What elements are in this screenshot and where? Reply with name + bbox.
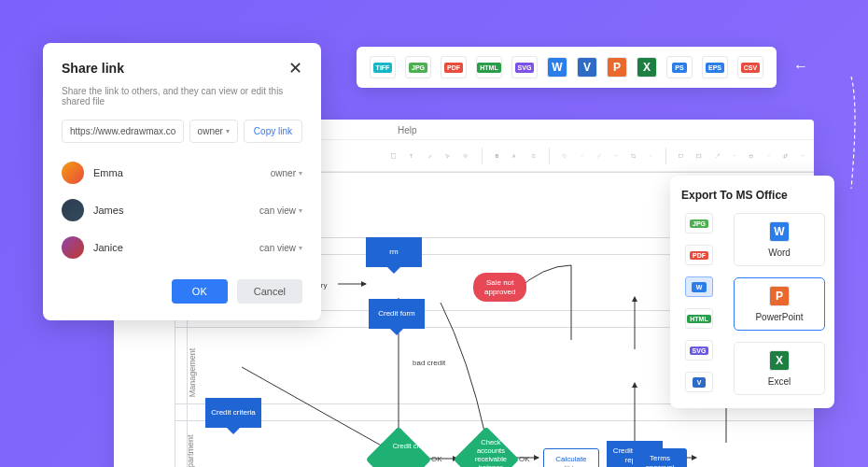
share-user-row: Janice can view▾	[62, 229, 302, 266]
lock-icon[interactable]	[749, 149, 753, 163]
chevron-down-icon[interactable]	[801, 151, 804, 160]
svg-rect-0	[391, 153, 396, 158]
export-card-excel[interactable]: X Excel	[734, 342, 825, 395]
export-format-bar: TIFF JPG PDF HTML SVG W V P X PS EPS CSV…	[357, 47, 777, 88]
share-link-dialog: Share link ✕ Share the link to others, a…	[43, 43, 321, 320]
permission-dropdown[interactable]: owner▾	[271, 168, 302, 178]
share-user-row: Emma owner▾	[62, 154, 302, 191]
format-word[interactable]: W	[547, 57, 567, 78]
chevron-down-icon[interactable]	[733, 151, 735, 160]
arrow-icon[interactable]	[715, 149, 720, 163]
avatar	[62, 236, 84, 259]
excel-icon: X	[769, 350, 790, 371]
format-ppt[interactable]: P	[607, 57, 627, 78]
node-check-accounts[interactable]: Check accounts receivable balance	[463, 436, 510, 467]
cancel-button[interactable]: Cancel	[237, 279, 302, 304]
role-dropdown[interactable]: owner▾	[189, 120, 238, 143]
font-size-icon[interactable]: A	[512, 149, 517, 163]
word-icon: W	[769, 221, 790, 242]
node-sale-not-approved[interactable]: Sale not approved	[473, 273, 526, 302]
lane-department: Department	[186, 434, 195, 467]
chevron-down-icon[interactable]	[581, 151, 583, 160]
svg-rect-5	[697, 154, 702, 158]
cursor-icon[interactable]	[445, 149, 450, 163]
ppt-icon: P	[769, 286, 790, 306]
svg-text:A: A	[512, 153, 516, 158]
export-label: Word	[768, 248, 791, 258]
label-ok: OK	[431, 455, 442, 463]
line-icon[interactable]	[596, 149, 601, 163]
node-credit-form-partial[interactable]: rm	[366, 237, 422, 267]
user-name: James	[93, 205, 259, 216]
svg-rect-7	[750, 155, 753, 157]
export-chip-word[interactable]: W	[685, 276, 713, 297]
svg-text:B: B	[496, 153, 499, 158]
crop-icon[interactable]	[631, 149, 636, 163]
chevron-down-icon[interactable]	[614, 151, 617, 160]
image-icon[interactable]	[696, 149, 701, 163]
node-terms-approval[interactable]: Terms approval	[633, 448, 687, 467]
svg-rect-8	[785, 154, 787, 156]
chevron-down-icon[interactable]	[767, 151, 770, 160]
export-label: Excel	[768, 376, 791, 387]
permission-dropdown[interactable]: can view▾	[259, 243, 302, 253]
layers-icon[interactable]	[463, 149, 468, 163]
format-tiff[interactable]: TIFF	[370, 56, 396, 78]
lane-management: Management	[188, 348, 197, 398]
node-credit-form[interactable]: Credit form	[369, 299, 425, 329]
export-chip-pdf[interactable]: PDF	[685, 245, 713, 265]
export-chip-jpg[interactable]: JPG	[685, 213, 713, 234]
align-icon[interactable]	[531, 149, 536, 163]
svg-rect-4	[679, 154, 683, 157]
expand-icon[interactable]	[783, 149, 788, 163]
svg-point-6	[698, 155, 699, 156]
share-link-input[interactable]	[62, 120, 184, 143]
pen-icon[interactable]	[427, 149, 432, 163]
copy-link-button[interactable]: Copy link	[244, 120, 302, 143]
user-name: Emma	[93, 167, 271, 178]
format-excel[interactable]: X	[637, 57, 657, 78]
label-ok: OK	[519, 455, 530, 463]
fill-icon[interactable]	[562, 149, 567, 163]
share-subtitle: Share the link to others, and they can v…	[62, 86, 302, 106]
svg-text:T: T	[410, 153, 413, 158]
menu-help[interactable]: Help	[390, 121, 425, 139]
share-user-row: James can view▾	[62, 191, 302, 229]
format-jpg[interactable]: JPG	[405, 56, 431, 78]
format-ps[interactable]: PS	[666, 56, 693, 78]
label-bad-credit: bad credit	[413, 359, 445, 367]
node-credit-criteria[interactable]: Credit criteria	[205, 398, 261, 428]
avatar	[62, 199, 84, 221]
text-icon[interactable]: T	[409, 149, 413, 163]
node-credit-check[interactable]: Credit check	[375, 436, 422, 467]
export-label: PowerPoint	[755, 312, 803, 322]
avatar	[62, 162, 84, 184]
share-title: Share link	[62, 61, 124, 76]
format-visio[interactable]: V	[577, 57, 597, 78]
chevron-down-icon[interactable]	[649, 151, 651, 160]
arrow-left-icon: ←	[793, 58, 808, 75]
format-csv[interactable]: CSV	[737, 56, 763, 78]
export-ms-office-panel: Export To MS Office JPG PDF W HTML SVG V…	[670, 176, 834, 408]
format-html[interactable]: HTML	[476, 56, 502, 78]
format-eps[interactable]: EPS	[702, 56, 728, 78]
close-icon[interactable]: ✕	[288, 60, 302, 77]
export-chip-visio[interactable]: V	[685, 372, 713, 392]
square-icon[interactable]	[391, 149, 396, 163]
export-chip-html[interactable]: HTML	[685, 308, 713, 329]
bold-icon[interactable]: B	[495, 149, 499, 163]
export-card-powerpoint[interactable]: P PowerPoint	[734, 277, 825, 331]
user-name: Janice	[93, 242, 259, 253]
format-svg[interactable]: SVG	[511, 56, 538, 78]
node-calc-terms[interactable]: Calculate credit terms	[543, 448, 599, 467]
export-title: Export To MS Office	[679, 189, 825, 202]
permission-dropdown[interactable]: can view▾	[259, 205, 302, 216]
export-card-word[interactable]: W Word	[734, 213, 825, 266]
format-pdf[interactable]: PDF	[441, 56, 467, 78]
rect-icon[interactable]	[679, 149, 683, 163]
ok-button[interactable]: OK	[172, 279, 228, 304]
export-chip-svg[interactable]: SVG	[685, 340, 713, 361]
